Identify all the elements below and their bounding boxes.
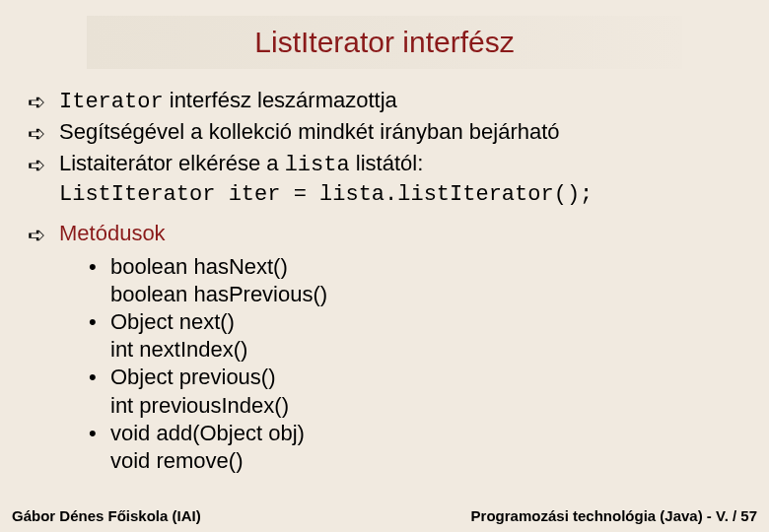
bullet-3-text: Listaiterátor elkérése a lista listától:… — [59, 150, 741, 209]
bullet-4-text: Metódusok — [59, 220, 741, 247]
slide-title: ListIterator interfész — [254, 26, 514, 59]
methods-list: • boolean hasNext() boolean hasPrevious(… — [89, 253, 741, 475]
method-line: int nextIndex() — [110, 336, 741, 364]
bullet-4: ➪ Metódusok — [28, 220, 741, 249]
method-item: • boolean hasNext() — [89, 253, 741, 281]
bullet-dot-icon: • — [89, 364, 110, 391]
arrow-icon: ➪ — [28, 118, 59, 148]
bullet-3: ➪ Listaiterátor elkérése a lista listátó… — [28, 150, 741, 209]
arrow-icon: ➪ — [28, 150, 59, 179]
code-iterator: Iterator — [59, 90, 164, 114]
bullet-1-rest: interfész leszármazottja — [164, 88, 397, 112]
bullet-1-text: Iterator interfész leszármazottja — [59, 87, 741, 116]
bullet-2-text: Segítségével a kollekció mindkét irányba… — [59, 118, 741, 146]
bullet-dot-icon: • — [89, 308, 110, 336]
method-line: int previousIndex() — [110, 392, 741, 420]
method-item: • Object previous() — [89, 364, 741, 391]
title-band: ListIterator interfész — [87, 16, 682, 69]
bullet-3-pre: Listaiterátor elkérése a — [59, 151, 285, 175]
method-line: boolean hasPrevious() — [110, 281, 741, 308]
arrow-icon: ➪ — [28, 87, 59, 116]
bullet-1: ➪ Iterator interfész leszármazottja — [28, 87, 741, 116]
method-line: boolean hasNext() — [110, 253, 741, 281]
arrow-icon: ➪ — [28, 220, 59, 249]
bullet-2: ➪ Segítségével a kollekció mindkét irány… — [28, 118, 741, 148]
bullet-dot-icon: • — [89, 420, 110, 447]
slide: ListIterator interfész ➪ Iterator interf… — [0, 0, 769, 532]
footer: Gábor Dénes Főiskola (IAI) Programozási … — [0, 507, 769, 524]
footer-right: Programozási technológia (Java) - V. / 5… — [471, 507, 757, 524]
method-line: Object next() — [110, 308, 741, 336]
method-item: • void add(Object obj) — [89, 420, 741, 447]
method-line: void add(Object obj) — [110, 420, 741, 447]
code-lista: lista — [285, 153, 350, 177]
method-item: • Object next() — [89, 308, 741, 336]
method-line: void remove() — [110, 447, 741, 475]
code-listiterator-line: ListIterator iter = lista.listIterator()… — [59, 182, 593, 207]
bullet-dot-icon: • — [89, 253, 110, 281]
bullet-3-mid: listától: — [350, 151, 424, 175]
method-line: Object previous() — [110, 364, 741, 391]
content-area: ➪ Iterator interfész leszármazottja ➪ Se… — [28, 87, 741, 475]
footer-left: Gábor Dénes Főiskola (IAI) — [12, 507, 201, 524]
